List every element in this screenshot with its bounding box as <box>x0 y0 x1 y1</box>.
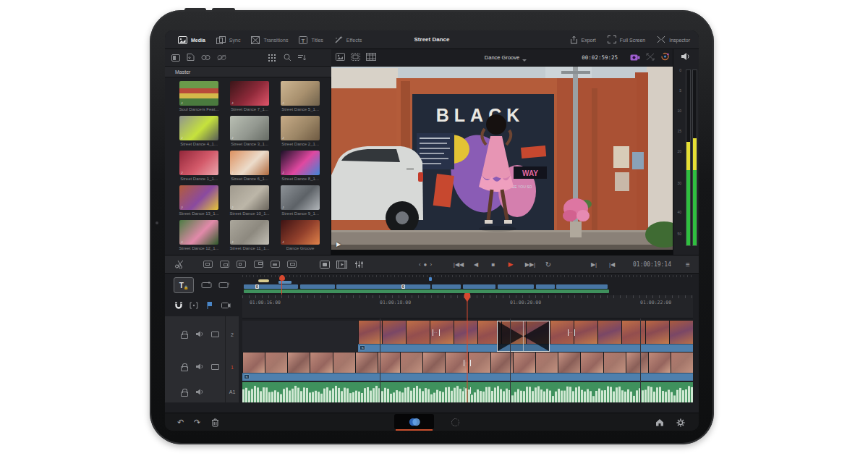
media-clip-name: Soul Dancers Feat... <box>175 107 223 111</box>
timeline-options-menu-icon[interactable]: ≡ <box>683 256 693 273</box>
render-status-icon[interactable] <box>451 418 459 426</box>
delete-button[interactable] <box>211 413 219 431</box>
filmstrip-play-icon[interactable] <box>336 256 347 273</box>
play-button[interactable]: ▶ <box>506 256 516 273</box>
track-header-v1[interactable]: 1 <box>165 352 239 381</box>
audio-note-icon: ♪ <box>282 240 284 244</box>
full-screen-icon <box>608 35 616 44</box>
sync-clips-icon[interactable] <box>201 54 210 61</box>
media-clip[interactable]: ♪Street Dance 11_1... <box>226 220 273 255</box>
append-clip-icon[interactable] <box>271 256 280 273</box>
trim-tool-button[interactable]: T🔒 <box>174 277 194 293</box>
bin-list-icon[interactable] <box>171 54 180 62</box>
page-background: MediaSyncTransitionsTTitlesEffects Stree… <box>0 0 868 456</box>
search-icon[interactable] <box>284 54 292 62</box>
thumbnail-view-icon[interactable] <box>267 54 277 62</box>
viewer-video-area[interactable]: BLACK <box>331 67 673 250</box>
export-button[interactable]: Export <box>570 35 596 45</box>
tab-transitions[interactable]: Transitions <box>251 36 288 44</box>
minimap-playhead-marker[interactable] <box>279 275 285 281</box>
audio-note-icon: ♪ <box>181 205 183 209</box>
media-clip[interactable]: ♪Street Dance 2_1... <box>276 116 324 151</box>
media-clip[interactable]: ♪Dance Groove <box>276 220 324 255</box>
tab-media[interactable]: Media <box>178 36 205 44</box>
tab-effects[interactable]: Effects <box>334 35 362 44</box>
camera-cut-icon[interactable] <box>630 53 640 62</box>
media-clip-thumbnail: ♪ <box>230 220 269 245</box>
track-header-a1[interactable]: A1 <box>165 381 239 402</box>
tab-sync[interactable]: Sync <box>216 36 241 44</box>
media-clip[interactable]: ♪Street Dance 10_1... <box>226 185 273 220</box>
media-clip[interactable]: ♪Street Dance 12_1... <box>175 220 223 255</box>
redo-button[interactable]: ↷ <box>194 413 200 431</box>
mute-track-icon[interactable] <box>195 388 204 397</box>
play-to-in-button[interactable]: |◀ <box>606 256 618 273</box>
lock-track-icon[interactable] <box>181 363 187 371</box>
full-screen-button[interactable]: Full Screen <box>608 35 645 44</box>
import-media-icon[interactable] <box>187 54 195 62</box>
inspector-button[interactable]: Inspector <box>657 35 690 44</box>
split-clip-icon[interactable] <box>174 256 185 273</box>
enable-video-track-icon[interactable] <box>211 364 219 371</box>
overwrite-clip-icon[interactable] <box>220 256 229 273</box>
clip-audio-strip[interactable] <box>242 373 693 381</box>
add-marker-icon[interactable] <box>319 256 331 273</box>
loop-button[interactable]: ↻ <box>543 256 553 273</box>
minimap-marker-dot <box>429 277 432 281</box>
jog-control[interactable]: ‹●› <box>411 256 443 273</box>
media-clip-thumbnail: ♪ <box>281 185 320 210</box>
replace-clip-icon[interactable] <box>237 256 246 273</box>
playhead[interactable] <box>467 293 467 402</box>
clip-frame <box>468 352 490 373</box>
play-reverse-button[interactable]: ◀ <box>471 256 481 273</box>
cross-dissolve-transition[interactable] <box>497 321 550 352</box>
sort-icon[interactable] <box>298 54 307 62</box>
media-clip[interactable]: ♪Street Dance 5_1... <box>276 81 324 116</box>
media-clip[interactable]: ♪Street Dance 3_1... <box>226 116 273 151</box>
viewer-clip-name[interactable]: Dance Groove <box>331 49 673 67</box>
volume-down-button <box>212 8 235 12</box>
tab-titles[interactable]: TTitles <box>299 36 323 44</box>
media-clip[interactable]: ♪Street Dance 8_1... <box>276 151 324 185</box>
mute-track-icon[interactable] <box>195 363 204 371</box>
enable-video-track-icon[interactable] <box>211 332 219 338</box>
mixer-icon[interactable] <box>353 256 365 273</box>
track-header-v2[interactable]: 2 <box>165 316 239 352</box>
settings-gear-icon[interactable] <box>676 413 685 431</box>
media-clip[interactable]: ♪Street Dance 6_1... <box>226 151 273 185</box>
media-clip[interactable]: ♪Soul Dancers Feat... <box>175 81 223 116</box>
media-clip[interactable]: ♪Street Dance 4_1... <box>175 116 223 151</box>
speaker-icon[interactable] <box>681 52 691 62</box>
go-to-start-button[interactable]: |◀◀ <box>451 256 466 273</box>
clip-tool-icon[interactable] <box>201 281 213 290</box>
transform-icon[interactable] <box>646 53 655 62</box>
color-adjust-icon[interactable] <box>660 52 670 62</box>
clip-audio-tool-icon[interactable]: ♪ <box>218 281 230 290</box>
bin-path-bar[interactable]: Master <box>165 67 331 77</box>
lock-track-icon[interactable] <box>181 389 187 396</box>
camera-flag-icon[interactable] <box>221 302 231 310</box>
minimap-video-segment <box>536 284 555 289</box>
mute-track-icon[interactable] <box>195 330 204 339</box>
place-on-top-icon[interactable] <box>254 256 263 273</box>
marker-flag-icon[interactable] <box>206 301 213 310</box>
play-to-out-button[interactable]: ▶| <box>588 256 600 273</box>
audio-link-icon[interactable] <box>190 302 198 310</box>
media-clip[interactable]: ♪Street Dance 1_1... <box>175 151 223 185</box>
lock-track-icon[interactable] <box>181 331 187 338</box>
media-clip[interactable]: ♪Street Dance 9_1... <box>276 185 324 220</box>
resolve-app-icon[interactable] <box>394 414 434 429</box>
audio-note-icon: ♪ <box>231 240 234 244</box>
media-clip[interactable]: ♪Street Dance 7_1... <box>226 81 273 116</box>
fit-to-fill-icon[interactable] <box>287 256 297 273</box>
home-button[interactable] <box>655 413 664 431</box>
undo-button[interactable]: ↶ <box>177 413 184 431</box>
stop-button[interactable]: ■ <box>488 256 498 273</box>
go-to-end-button[interactable]: ▶▶| <box>523 256 537 273</box>
timeline-minimap[interactable]: 00 <box>242 275 693 295</box>
clip-frame <box>513 352 535 373</box>
insert-clip-icon[interactable] <box>203 256 213 273</box>
snapping-magnet-icon[interactable] <box>174 301 183 311</box>
media-clip[interactable]: ♪Street Dance 13_1... <box>175 185 223 220</box>
unsync-clips-icon[interactable] <box>217 54 226 61</box>
